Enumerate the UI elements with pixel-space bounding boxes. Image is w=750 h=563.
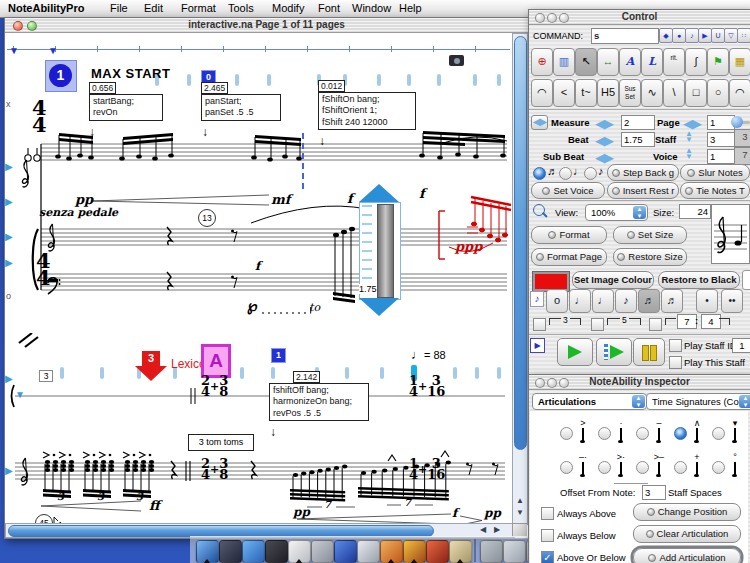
- arc-tool-icon[interactable]: ◠: [729, 79, 750, 107]
- grow-box[interactable]: [512, 523, 527, 537]
- menu-item-modify[interactable]: Modify: [272, 2, 304, 14]
- scroll-down-arrow[interactable]: ▼: [516, 508, 524, 518]
- accent-radio[interactable]: [560, 427, 573, 440]
- play-staff-id-checkbox[interactable]: [669, 339, 682, 352]
- msg-tag[interactable]: 0.656: [89, 82, 116, 94]
- dock-internet-explorer-icon[interactable]: [242, 540, 265, 563]
- white-note-button[interactable]: [742, 270, 750, 290]
- insert-rest-button[interactable]: Insert Rest r: [607, 182, 679, 199]
- command-input[interactable]: s: [591, 28, 659, 44]
- dock-game-icon[interactable]: [426, 540, 449, 563]
- fader-up-arrow[interactable]: [359, 184, 399, 202]
- fader-handle[interactable]: [377, 204, 394, 298]
- format-system-button[interactable]: Format System: [531, 226, 607, 244]
- category-popup[interactable]: Articulations ▲▼: [532, 393, 647, 410]
- hairpin-tool-icon[interactable]: <: [553, 79, 575, 107]
- staccatissimo-radio[interactable]: [712, 427, 725, 440]
- restore-size-button[interactable]: Restore Size: [613, 248, 687, 266]
- note-entry-radio[interactable]: [533, 167, 546, 180]
- minimize-icon[interactable]: [547, 378, 557, 388]
- position-slider-ball[interactable]: [731, 116, 743, 128]
- play-icon[interactable]: ▶: [698, 28, 712, 43]
- nudge-button[interactable]: ◀▶: [531, 115, 548, 130]
- inspector-title-bar[interactable]: NoteAbility Inspector: [529, 375, 750, 390]
- note-entry-radio[interactable]: [559, 167, 572, 180]
- pause-button[interactable]: [633, 338, 665, 366]
- flag-tool-icon[interactable]: ⚑: [707, 48, 729, 76]
- control-title-bar[interactable]: Control: [529, 10, 750, 25]
- always-above-checkbox[interactable]: [541, 507, 554, 520]
- note-spacing-tool-icon[interactable]: ↔: [597, 48, 619, 76]
- whole-note-button[interactable]: o: [546, 289, 568, 313]
- rect-tool-icon[interactable]: □: [685, 79, 707, 107]
- accent-tenuto-radio[interactable]: [636, 461, 649, 474]
- zoom-icon[interactable]: [559, 13, 569, 23]
- h5-tool-icon[interactable]: H5: [597, 79, 619, 107]
- stepper-icon[interactable]: ▲▼: [633, 206, 646, 219]
- quarter-note-button[interactable]: ♩: [592, 289, 614, 313]
- minimize-icon[interactable]: [547, 13, 557, 23]
- tuplet5-checkbox[interactable]: [591, 318, 604, 331]
- note-icon[interactable]: ♪: [685, 28, 699, 43]
- event-badge-1[interactable]: 1: [271, 348, 286, 363]
- undo-icon[interactable]: U: [711, 28, 725, 43]
- tuplet3-checkbox[interactable]: [533, 318, 546, 331]
- ratio-right-field[interactable]: 4: [701, 314, 721, 329]
- menu-item-noteabilitypro[interactable]: NoteAbilityPro: [8, 2, 84, 14]
- play-this-staff-checkbox[interactable]: [669, 356, 682, 369]
- zoom-icon[interactable]: [559, 378, 569, 388]
- marcato-radio[interactable]: [674, 427, 687, 440]
- rit-tool-icon[interactable]: rit.: [663, 48, 685, 76]
- above-or-below-checkbox[interactable]: ✓: [541, 551, 554, 563]
- sixteenth-note-button[interactable]: ♬: [638, 289, 660, 313]
- tom-toms-box[interactable]: 3 tom toms: [188, 434, 254, 451]
- msg-tag[interactable]: 2.142: [293, 371, 320, 383]
- menu-item-tools[interactable]: Tools: [228, 2, 254, 14]
- eighth-note-button[interactable]: ♪: [615, 289, 637, 313]
- close-icon[interactable]: [535, 378, 545, 388]
- note-entry-radio[interactable]: [584, 167, 597, 180]
- harmonic-radio[interactable]: [712, 461, 725, 474]
- thirtysecond-note-button[interactable]: ♬: [661, 289, 683, 313]
- menu-item-font[interactable]: Font: [318, 2, 340, 14]
- max-message-box[interactable]: fShiftOn bang; fShiftOrient 1; fShift 24…: [318, 92, 416, 130]
- subbeat-stepper[interactable]: ◀▶: [595, 150, 613, 165]
- play-button[interactable]: [557, 338, 593, 366]
- measure-stepper[interactable]: ◀▶: [595, 116, 613, 131]
- line-tool-icon[interactable]: \: [663, 79, 685, 107]
- tuplet-ratio-checkbox[interactable]: [649, 318, 662, 331]
- dock-quicktime-icon[interactable]: [334, 540, 357, 563]
- dynamics-tool-icon[interactable]: L: [641, 48, 663, 76]
- format-page-button[interactable]: Format Page: [531, 248, 607, 266]
- max-message-box[interactable]: fshiftOff bang; harmonizeOn bang; revPos…: [269, 383, 369, 421]
- always-below-checkbox[interactable]: [541, 529, 554, 542]
- add-articulation-button[interactable]: Add Articulation: [633, 548, 741, 563]
- menu-item-window[interactable]: Window: [352, 2, 391, 14]
- left-measure-box[interactable]: 3: [39, 370, 53, 382]
- score-canvas[interactable]: ▼▼▶▶▶▶▶▼▶: [5, 33, 512, 523]
- staccato-radio[interactable]: [598, 427, 611, 440]
- system-marker-box[interactable]: 1: [45, 60, 77, 92]
- metronome-icon[interactable]: ▽: [724, 28, 738, 43]
- vertical-scrollbar[interactable]: ▲ ▼: [512, 33, 528, 525]
- dashed-curve-tool-icon[interactable]: ∿: [641, 79, 663, 107]
- voice-field[interactable]: 1: [707, 149, 735, 164]
- keyboard-tool-icon[interactable]: ▦: [729, 48, 750, 76]
- menu-item-help[interactable]: Help: [399, 2, 422, 14]
- msg-tag[interactable]: 2.465: [201, 82, 228, 94]
- sus-set-tool-icon[interactable]: Sus Set: [619, 79, 641, 107]
- slur-tool-icon[interactable]: ◠: [531, 79, 553, 107]
- subcategory-popup[interactable]: Time Signatures (Com ▲▼: [646, 393, 750, 410]
- voice-stepper[interactable]: ▲▼: [683, 148, 695, 160]
- mini-play-icon[interactable]: ▶: [530, 338, 545, 353]
- speaker-icon[interactable]: ◆: [659, 28, 673, 43]
- dock-ipod-icon[interactable]: [357, 540, 380, 563]
- camera-icon[interactable]: [449, 55, 464, 66]
- dock-prefs-icon[interactable]: [480, 540, 503, 563]
- text-tool-icon[interactable]: A: [619, 48, 641, 76]
- menu-item-format[interactable]: Format: [181, 2, 216, 14]
- measure-field[interactable]: 2: [621, 115, 655, 130]
- tenuto-radio[interactable]: [636, 427, 649, 440]
- staff-stepper[interactable]: ▲▼: [683, 131, 695, 143]
- offset-field[interactable]: 3: [642, 485, 666, 500]
